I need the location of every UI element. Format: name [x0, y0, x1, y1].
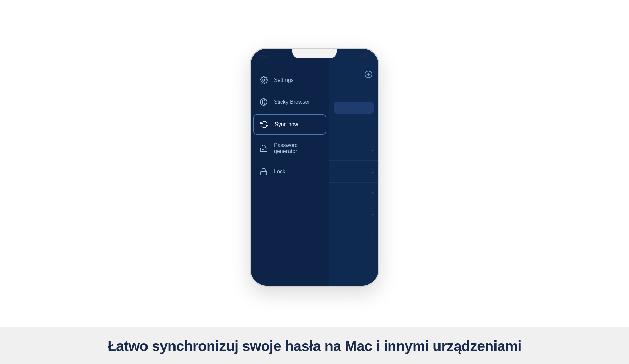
search-bar [334, 102, 374, 114]
status-bar: 1:28 [251, 52, 378, 61]
list-row[interactable]: › [329, 183, 378, 204]
svg-rect-7 [260, 148, 267, 152]
caption-text: Łatwo synchronizuj swoje hasła na Mac i … [27, 337, 602, 356]
menu-item-sync-now[interactable]: Sync now [253, 114, 326, 135]
svg-rect-9 [264, 149, 265, 150]
drawer-menu: Settings Sticky Browser [251, 49, 329, 286]
svg-rect-3 [352, 54, 353, 58]
add-button[interactable] [363, 69, 374, 79]
menu-item-sticky-browser-label: Sticky Browser [274, 99, 310, 105]
menu-item-lock-label: Lock [274, 169, 285, 175]
menu-item-settings-label: Settings [274, 77, 294, 83]
www-icon [259, 97, 268, 107]
menu-item-lock[interactable]: Lock [251, 161, 329, 183]
svg-rect-0 [348, 57, 349, 58]
status-icons [348, 54, 370, 58]
svg-rect-8 [262, 149, 263, 150]
menu-item-settings[interactable]: Settings [251, 69, 329, 91]
chevron-right-icon: › [372, 212, 374, 218]
menu-item-sticky-browser[interactable]: Sticky Browser [251, 91, 329, 113]
chevron-right-icon: › [372, 190, 374, 196]
phone-screen: 1:28 [251, 49, 378, 286]
signal-icon [348, 54, 353, 58]
list-row[interactable]: › [329, 117, 378, 139]
battery-icon [361, 54, 370, 58]
status-time: 1:28 [259, 54, 268, 59]
chevron-right-icon: › [372, 125, 374, 130]
chevron-right-icon: › [372, 169, 374, 174]
phone-area: 1:28 [0, 0, 629, 327]
phone-frame: 1:28 [250, 48, 379, 287]
svg-rect-10 [261, 171, 267, 175]
list-rows: › › › › › [329, 117, 378, 286]
sync-icon [260, 120, 269, 129]
caption-bar: Łatwo synchronizuj swoje hasła na Mac i … [0, 327, 629, 364]
menu-item-password-generator-label: Passwordgenerator [274, 142, 298, 155]
gear-icon [259, 75, 268, 85]
svg-rect-5 [362, 55, 368, 58]
menu-item-sync-now-label: Sync now [275, 121, 298, 128]
chevron-right-icon: › [372, 234, 374, 239]
lock-icon [259, 167, 268, 176]
list-row[interactable]: › [329, 139, 378, 161]
list-row[interactable]: › [329, 226, 378, 248]
wifi-icon [354, 54, 360, 58]
list-row[interactable]: › [329, 204, 378, 226]
main-panel: › › › › › [329, 49, 378, 286]
menu-item-password-generator[interactable]: Passwordgenerator [251, 136, 329, 161]
svg-rect-1 [349, 56, 350, 58]
chevron-right-icon: › [372, 147, 374, 152]
svg-rect-2 [351, 55, 352, 58]
password-icon [259, 144, 268, 153]
page-wrapper: 1:28 [0, 0, 629, 364]
list-row[interactable]: › [329, 161, 378, 183]
